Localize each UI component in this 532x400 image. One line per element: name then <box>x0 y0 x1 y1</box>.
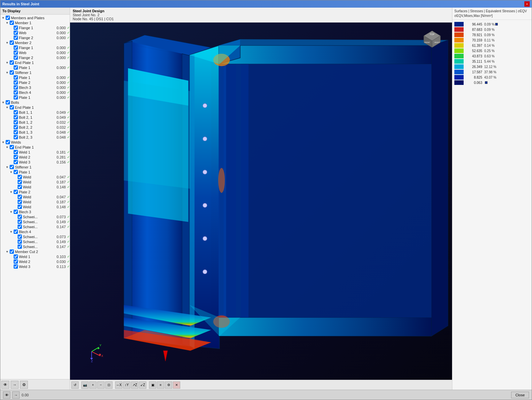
tree-item-bolt13[interactable]: Bolt 1, 30.048✓ <box>0 130 70 135</box>
tree-checkbox[interactable] <box>14 130 18 134</box>
tree-item-member-cut2[interactable]: ▼Member Cut 2 <box>0 249 70 254</box>
tree-checkbox[interactable] <box>10 105 14 109</box>
tree-item-web1[interactable]: Web0.000✓ <box>0 30 70 35</box>
tree-checkbox[interactable] <box>10 249 14 254</box>
tree-item-ws1p1weld3[interactable]: Weld0.148✓ <box>0 184 70 189</box>
tree-checkbox[interactable] <box>14 160 18 164</box>
tree-checkbox[interactable] <box>14 120 18 124</box>
tree-item-ep1plate1[interactable]: Plate 10.000✓ <box>0 65 70 70</box>
tree-checkbox[interactable] <box>14 190 18 194</box>
view-button[interactable]: ▣ <box>149 381 156 389</box>
tree-item-m2web[interactable]: Web0.000✓ <box>0 50 70 55</box>
rotate-button[interactable]: ↺ <box>71 381 79 389</box>
move-y-button[interactable]: ↕Y <box>123 381 130 389</box>
tree-container[interactable]: ▼Members and Plates▼Member 1 Flange 10.0… <box>0 15 70 379</box>
tree-item-ws1p2weld2[interactable]: Weld0.187✓ <box>0 199 70 204</box>
tree-checkbox[interactable] <box>14 210 18 214</box>
tree-item-end-plate1[interactable]: ▼End Plate 1 <box>0 60 70 65</box>
tree-item-s1plate1b[interactable]: Plate 10.000✓ <box>0 95 70 100</box>
tree-item-bolt23[interactable]: Bolt 2, 30.048✓ <box>0 135 70 140</box>
tree-item-ws1b4sw1[interactable]: Schwei...0.073✓ <box>0 234 70 239</box>
window-close-button[interactable]: × <box>524 1 530 7</box>
tree-checkbox[interactable] <box>14 254 18 259</box>
tree-checkbox[interactable] <box>10 21 14 25</box>
tree-checkbox[interactable] <box>14 55 18 60</box>
tree-item-ws1p1weld2[interactable]: Weld0.187✓ <box>0 179 70 184</box>
tree-checkbox[interactable] <box>18 195 22 199</box>
tree-item-bolts[interactable]: ▼Bolts <box>0 100 70 105</box>
tree-item-mc2weld2[interactable]: Weld 20.030✓ <box>0 259 70 264</box>
tree-checkbox[interactable] <box>14 170 18 174</box>
tree-item-flange1[interactable]: Flange 10.000✓ <box>0 25 70 30</box>
tree-item-mc2weld3[interactable]: Weld 30.113✓ <box>0 264 70 269</box>
tree-item-s1plate1[interactable]: Plate 10.000✓ <box>0 75 70 80</box>
tree-item-ws1p2weld3[interactable]: Weld0.148✓ <box>0 204 70 209</box>
tree-checkbox[interactable] <box>18 180 22 184</box>
close-button[interactable]: Close <box>511 392 529 398</box>
tree-checkbox[interactable] <box>10 70 14 75</box>
tree-checkbox[interactable] <box>14 90 18 95</box>
tree-checkbox[interactable] <box>14 80 18 85</box>
tree-checkbox[interactable] <box>18 175 22 179</box>
tree-item-members-plates[interactable]: ▼Members and Plates <box>0 15 70 20</box>
tree-item-welds-s1[interactable]: ▼Stiffener 1 <box>0 165 70 169</box>
tree-item-mc2weld1[interactable]: Weld 10.103✓ <box>0 254 70 259</box>
tree-checkbox[interactable] <box>18 239 22 244</box>
tree-item-ws1plate2[interactable]: ▼Plate 2 <box>0 189 70 194</box>
tree-checkbox[interactable] <box>10 60 14 65</box>
tree-checkbox[interactable] <box>18 185 22 189</box>
move-z1-button[interactable]: ↗Z <box>131 381 138 389</box>
tree-checkbox[interactable] <box>18 234 22 239</box>
tree-checkbox[interactable] <box>14 26 18 30</box>
tree-checkbox[interactable] <box>18 225 22 229</box>
tree-checkbox[interactable] <box>14 75 18 80</box>
tree-checkbox[interactable] <box>14 125 18 129</box>
tree-item-ws1b4sw3[interactable]: Schwei...0.147✓ <box>0 244 70 249</box>
tree-checkbox[interactable] <box>18 244 22 249</box>
tree-item-m2flange2[interactable]: Flange 20.000✓ <box>0 55 70 60</box>
tree-item-bolt22[interactable]: Bolt 2, 20.032✓ <box>0 125 70 130</box>
tree-item-ws1blech4[interactable]: ▼Blech 4 <box>0 229 70 234</box>
tree-item-bolt12[interactable]: Bolt 1, 20.032✓ <box>0 120 70 125</box>
camera-button[interactable]: 📷 <box>81 381 89 389</box>
tree-item-ws1b3sw2[interactable]: Schwei...0.149✓ <box>0 219 70 224</box>
tree-item-ws1b3sw3[interactable]: Schwei...0.147✓ <box>0 224 70 229</box>
tree-checkbox[interactable] <box>18 215 22 219</box>
tree-item-ws1blech3[interactable]: ▼Blech 3 <box>0 209 70 214</box>
viewport-3d[interactable]: TOP FRONT RIGHT X <box>70 23 452 380</box>
tree-item-ws1p1weld1[interactable]: Weld0.047✓ <box>0 174 70 179</box>
tree-checkbox[interactable] <box>14 31 18 35</box>
tree-checkbox[interactable] <box>10 145 14 149</box>
zoom-out-button[interactable]: − <box>97 381 105 389</box>
tree-checkbox[interactable] <box>18 205 22 209</box>
tree-checkbox[interactable] <box>14 65 18 70</box>
tree-checkbox[interactable] <box>14 264 18 269</box>
eye-button[interactable]: 👁 <box>1 381 9 389</box>
tree-checkbox[interactable] <box>14 150 18 154</box>
tree-item-bolt21[interactable]: Bolt 2, 10.049✓ <box>0 115 70 120</box>
tree-checkbox[interactable] <box>10 40 14 45</box>
render-settings-button[interactable]: ⚙ <box>165 381 172 389</box>
arrow-button[interactable]: → <box>11 381 19 389</box>
tree-checkbox[interactable] <box>14 45 18 50</box>
tree-item-ws1b3sw1[interactable]: Schwei...0.073✓ <box>0 214 70 219</box>
tree-item-bolts-ep1[interactable]: ▼End Plate 1 <box>0 105 70 110</box>
move-z2-button[interactable]: ↙Z <box>139 381 146 389</box>
tree-item-member2[interactable]: ▼Member 2 <box>0 40 70 45</box>
tree-checkbox[interactable] <box>6 140 10 144</box>
tree-item-m2flange1[interactable]: Flange 10.000✓ <box>0 45 70 50</box>
tree-checkbox[interactable] <box>14 95 18 100</box>
tree-checkbox[interactable] <box>14 110 18 114</box>
tree-checkbox[interactable] <box>14 230 18 234</box>
tree-item-ws1plate1[interactable]: ▼Plate 1 <box>0 169 70 174</box>
tree-checkbox[interactable] <box>14 85 18 90</box>
tree-checkbox[interactable] <box>14 135 18 139</box>
tree-checkbox[interactable] <box>14 50 18 55</box>
status-eye-button[interactable]: 👁 <box>3 391 10 399</box>
tree-item-welds[interactable]: ▼Welds <box>0 140 70 145</box>
tree-checkbox[interactable] <box>14 259 18 264</box>
tree-item-bolt11[interactable]: Bolt 1, 10.049✓ <box>0 110 70 115</box>
tree-item-flange2[interactable]: Flange 20.000✓ <box>0 35 70 40</box>
tree-checkbox[interactable] <box>18 200 22 204</box>
reset-button[interactable]: ✕ <box>173 381 180 389</box>
